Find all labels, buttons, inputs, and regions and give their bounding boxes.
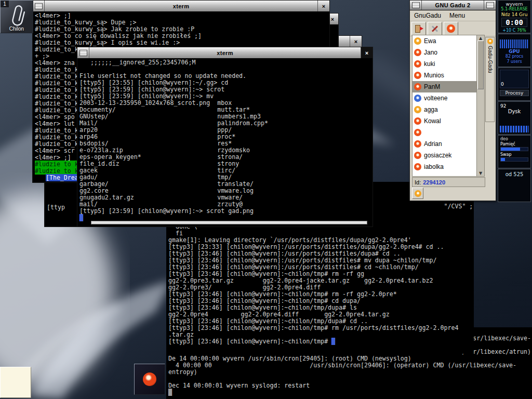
dock-uptime-tile[interactable]: od 525	[498, 169, 531, 202]
contact-row[interactable]	[413, 127, 476, 138]
window-menu-icon	[35, 3, 43, 9]
titlebar[interactable]: xterm ×	[77, 47, 373, 59]
terminal-line: Dec 14 00:00:01 wyvern syslogd: restart	[168, 382, 532, 389]
gpu-graph	[500, 36, 529, 48]
contact-name: gosiaczek	[424, 152, 451, 159]
contact-name: agga	[424, 106, 438, 113]
swap-bar	[500, 157, 528, 162]
scroll-up-icon[interactable]: ▲	[477, 36, 484, 41]
contact-row[interactable]: gosiaczek	[413, 150, 476, 161]
gg-status-icon	[414, 117, 421, 125]
contact-row[interactable]: Jano	[413, 47, 476, 58]
window-title: xterm	[89, 47, 361, 58]
terminal-line: entropy)	[168, 369, 532, 376]
status-sun-icon	[415, 190, 421, 197]
dock-procesy-tile[interactable]: 0 Procesy	[498, 68, 531, 101]
window-menu-icon	[412, 2, 420, 8]
terminal-line: 4 00:00 00 /usr/sbin/cron[29406]: (opera…	[168, 362, 532, 369]
miniaturize-button[interactable]	[484, 1, 496, 10]
gadu-dock-tile[interactable]	[134, 364, 165, 395]
contact-name: Munios	[424, 72, 444, 79]
gg-status-icon	[414, 152, 421, 159]
xterm-front-window[interactable]: xterm × ;;;;;;__ignored_255;2345706;MFil…	[77, 47, 373, 227]
id-label: Id:	[415, 179, 421, 185]
scroll-down-icon[interactable]: ▼	[477, 171, 484, 176]
note-tile[interactable]	[0, 367, 31, 398]
contact-name: PanM	[424, 83, 440, 90]
contact-row[interactable]: PanM	[413, 81, 476, 92]
window-menu-button[interactable]	[77, 47, 89, 58]
paperclip-icon	[8, 4, 26, 26]
contact-row[interactable]: Munios	[413, 70, 476, 81]
gpu-procs: 82 procs	[498, 54, 530, 59]
id-value: 2294120	[423, 179, 445, 185]
gg-status-icon	[414, 95, 421, 102]
contact-row[interactable]: Kowal	[413, 115, 476, 127]
tab-gadu-gadu[interactable]: Gadu-Gadu	[485, 37, 495, 122]
menu-menu[interactable]: Menu	[449, 12, 465, 19]
terminal-line: [ttyp3] [23:46] [chilon@wyvern]:~chilon/…	[168, 338, 472, 345]
swap-label: Swap	[498, 152, 530, 157]
contact-row[interactable]: agga	[413, 104, 476, 115]
contact-row[interactable]: iabolka	[413, 161, 476, 172]
contact-row[interactable]: Adrian	[413, 138, 476, 150]
tools-icon	[431, 24, 439, 33]
dock-dysk-tile[interactable]: 92 Dysk	[498, 101, 531, 135]
gnu-gadu-window[interactable]: GNU Gadu 2 GnuGadu Menu EwaJanokukiMunio…	[409, 0, 496, 201]
terminal-content[interactable]: ;;;;;;__ignored_255;2345706;MFile userli…	[77, 58, 373, 227]
procesy-graph	[500, 70, 529, 88]
memory-label: Pamięć	[498, 141, 530, 147]
contact-row[interactable]: volteene	[413, 92, 476, 104]
procesy-label: Procesy	[500, 90, 529, 96]
gadu-logo-icon	[447, 24, 455, 33]
gg-status-icon	[414, 129, 421, 136]
contact-list[interactable]: EwaJanokukiMuniosPanMvolteeneaggaKowalAd…	[412, 35, 477, 177]
tab-label: Gadu-Gadu	[487, 46, 493, 73]
gpu-users: 7 users	[498, 59, 530, 64]
terminal-line: █	[168, 389, 532, 396]
miniaturize-icon	[486, 2, 494, 8]
menu-gnugadu[interactable]: GnuGadu	[414, 12, 441, 19]
contact-name: Kowal	[424, 117, 441, 125]
close-button[interactable]: ×	[317, 1, 329, 11]
window-menu-icon	[79, 50, 87, 56]
gg-status-icon	[414, 49, 421, 56]
scrollbar-thumb[interactable]	[477, 41, 484, 89]
dock-percent: 76%	[517, 28, 526, 33]
procesy-value: 0	[501, 82, 504, 87]
contact-row[interactable]: Ewa	[413, 35, 476, 47]
contact-scrollbar[interactable]: ▲ ▼	[476, 35, 485, 177]
titlebar[interactable]: xterm ×	[33, 1, 329, 12]
gadu-plugin-button[interactable]	[444, 22, 458, 35]
gg-status-icon	[414, 83, 421, 90]
clip-appicon[interactable]: 1 Chilon	[0, 0, 33, 33]
dock-time: 0:00	[501, 18, 527, 27]
close-button[interactable]: ×	[350, 36, 362, 47]
exit-button[interactable]	[411, 22, 426, 35]
memory-note: deo	[498, 136, 530, 141]
status-button[interactable]	[412, 188, 423, 199]
exit-icon	[415, 24, 423, 33]
dock-memory-tile[interactable]: deo Pamięć Swap	[498, 135, 531, 168]
close-button[interactable]: ×	[361, 47, 373, 58]
gadu-logo-icon	[143, 373, 156, 386]
dock-clock-tile[interactable]: wyvern 5.1-RELEASE Ndz 14 Gru 0:00 +10 C…	[498, 0, 531, 33]
dysk-value: 92	[500, 103, 506, 109]
gg-status-icon	[414, 72, 421, 79]
window-menu-button[interactable]	[410, 1, 422, 10]
window-menu-button[interactable]	[33, 1, 45, 11]
desktop: { "ui": { "close": "×" }, "desktop": { "…	[0, 0, 532, 399]
tools-button[interactable]	[428, 22, 442, 35]
contact-name: Ewa	[424, 37, 436, 45]
window-title: xterm	[45, 1, 317, 11]
contact-name: Jano	[424, 49, 437, 56]
contact-name: iabolka	[424, 163, 444, 170]
dock: wyvern 5.1-RELEASE Ndz 14 Gru 0:00 +10 C…	[498, 0, 531, 203]
dock-gpu-tile[interactable]: GPU 82 procs 7 users	[498, 34, 531, 67]
gg-status-icon	[414, 163, 421, 170]
dysk-label: Dysk	[498, 109, 530, 114]
contact-row[interactable]: kuki	[413, 58, 476, 70]
titlebar[interactable]: GNU Gadu 2	[410, 1, 496, 10]
window-title: GNU Gadu 2	[422, 1, 484, 10]
resize-bar[interactable]	[91, 221, 367, 224]
